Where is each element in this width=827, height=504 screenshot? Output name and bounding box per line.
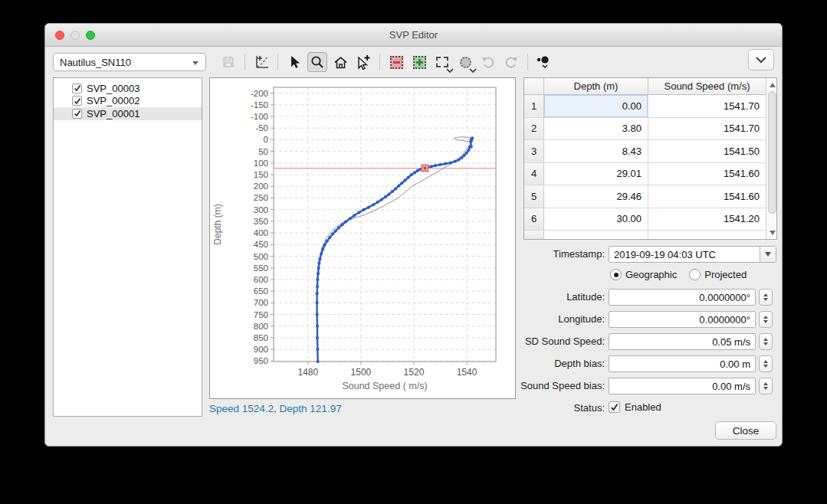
timestamp-value: 2019-09-19 04:03 UTC — [609, 249, 760, 260]
scroll-up-icon[interactable] — [766, 79, 777, 90]
sound-speed-cell[interactable] — [648, 231, 766, 240]
title-bar[interactable]: SVP Editor — [45, 24, 782, 47]
chevron-down-icon — [192, 61, 199, 65]
list-item[interactable]: SVP_00002 — [54, 95, 202, 108]
list-item-label: SVP_00003 — [87, 83, 139, 94]
save-button[interactable] — [218, 52, 238, 72]
longitude-stepper[interactable] — [759, 311, 773, 328]
timestamp-dropdown[interactable]: 2019-09-19 04:03 UTC — [609, 246, 776, 263]
add-selection-button[interactable] — [409, 52, 429, 72]
table-scrollbar[interactable] — [766, 78, 776, 239]
checkbox-checked-icon[interactable] — [72, 109, 82, 119]
circle-select-button[interactable] — [455, 52, 475, 72]
depth-cell[interactable] — [544, 231, 648, 240]
row-number[interactable]: 6 — [524, 208, 544, 231]
chart-panel[interactable]: -200-150-100-500501001502002503003504004… — [209, 77, 516, 399]
sd-sound-speed-label: SD Sound Speed: — [474, 335, 605, 347]
sound-speed-cell[interactable]: 1541.60 — [648, 185, 766, 208]
timestamp-label: Timestamp: — [474, 248, 605, 260]
list-item[interactable]: SVP_00001 — [54, 107, 202, 120]
point-size-button[interactable] — [534, 52, 554, 72]
latitude-label: Latitude: — [474, 291, 605, 303]
depth-cell[interactable]: 29.01 — [544, 163, 648, 186]
circle-select-icon — [460, 57, 471, 68]
rect-select-button[interactable] — [432, 52, 452, 72]
depth-cell[interactable]: 29.46 — [544, 185, 648, 208]
svg-text:0: 0 — [264, 135, 268, 144]
fit-curve-button[interactable] — [251, 52, 271, 72]
checkbox-checked-icon[interactable] — [72, 83, 82, 93]
zoom-tool-button[interactable] — [307, 52, 327, 72]
table-body: 10.001541.7023.801541.7038.431541.50429.… — [524, 95, 766, 240]
sound-speed-cell[interactable]: 1541.60 — [648, 163, 766, 186]
toolbar-overflow-button[interactable] — [748, 49, 774, 70]
remove-selection-button[interactable] — [386, 52, 406, 72]
add-point-tool-button[interactable] — [353, 52, 373, 72]
profile-selector[interactable]: Nautilus_SN110 — [53, 53, 206, 71]
row-number[interactable]: 3 — [524, 140, 544, 163]
profile-table[interactable]: Depth (m) Sound Speed (m/s) 10.001541.70… — [523, 77, 777, 240]
window-title: SVP Editor — [45, 24, 782, 46]
depth-bias-field[interactable] — [609, 355, 756, 372]
depth-cell[interactable]: 0.00 — [544, 95, 648, 118]
check-icon — [610, 403, 619, 411]
status-enabled-control: Enabled — [609, 401, 661, 413]
row-number[interactable]: 2 — [524, 118, 544, 141]
zoom-window-icon[interactable] — [86, 31, 95, 40]
radio-geographic-label: Geographic — [625, 269, 677, 280]
depth-cell[interactable]: 8.43 — [544, 140, 648, 163]
row-number[interactable] — [524, 231, 544, 240]
close-window-icon[interactable] — [55, 31, 64, 40]
scrollbar-thumb[interactable] — [768, 91, 776, 214]
timestamp-dropdown-button[interactable] — [760, 247, 776, 262]
svg-text:700: 700 — [254, 298, 268, 307]
latitude-stepper[interactable] — [759, 289, 773, 306]
svg-text:650: 650 — [254, 286, 268, 296]
longitude-field[interactable] — [609, 311, 756, 328]
table-row: 529.461541.60 — [524, 185, 766, 208]
list-item-label: SVP_00001 — [87, 108, 139, 119]
table-row: 23.801541.70 — [524, 118, 766, 141]
redo-icon — [503, 54, 520, 70]
depth-bias-stepper[interactable] — [759, 355, 773, 372]
pointer-icon — [287, 54, 302, 70]
sound-speed-bias-field[interactable] — [609, 378, 756, 394]
profile-selector-value: Nautilus_SN110 — [60, 57, 131, 68]
minimize-window-icon[interactable] — [71, 31, 80, 40]
depth-cell[interactable]: 30.00 — [544, 208, 648, 231]
sd-sound-speed-field[interactable] — [609, 333, 756, 350]
chevron-down-icon — [469, 68, 477, 74]
sd-sound-speed-stepper[interactable] — [759, 333, 773, 350]
enabled-checkbox[interactable] — [609, 401, 620, 413]
table-row: 10.001541.70 — [524, 95, 766, 118]
point-size-icon — [535, 53, 553, 71]
header-sound-speed: Sound Speed (m/s) — [648, 78, 766, 94]
checkbox-checked-icon[interactable] — [72, 96, 82, 106]
remove-selection-icon — [390, 56, 403, 69]
radio-projected[interactable]: Projected — [689, 269, 747, 280]
redo-button[interactable] — [501, 52, 521, 72]
radio-geographic[interactable]: Geographic — [610, 269, 677, 280]
depth-cell[interactable]: 3.80 — [544, 118, 648, 141]
row-number[interactable]: 4 — [524, 163, 544, 186]
list-item[interactable]: SVP_00003 — [54, 82, 202, 95]
row-number[interactable]: 1 — [524, 95, 544, 118]
svg-text:150: 150 — [254, 170, 268, 179]
scroll-down-icon[interactable] — [766, 227, 777, 238]
svg-text:-100: -100 — [251, 112, 268, 121]
svp-plot[interactable]: -200-150-100-500501001502002503003504004… — [210, 78, 515, 398]
sound-speed-cell[interactable]: 1541.20 — [648, 208, 766, 231]
sound-speed-bias-stepper[interactable] — [759, 378, 773, 394]
pointer-tool-button[interactable] — [284, 52, 304, 72]
svg-text:250: 250 — [254, 193, 268, 202]
row-number[interactable]: 5 — [524, 185, 544, 208]
home-view-button[interactable] — [330, 52, 350, 72]
sound-speed-cell[interactable]: 1541.70 — [648, 118, 766, 141]
close-button[interactable]: Close — [715, 421, 776, 440]
sound-speed-cell[interactable]: 1541.70 — [648, 95, 766, 118]
pointer-plus-icon — [355, 54, 372, 70]
sound-speed-cell[interactable]: 1541.50 — [648, 140, 766, 163]
latitude-field[interactable] — [609, 289, 756, 306]
undo-button[interactable] — [478, 52, 498, 72]
profile-list[interactable]: SVP_00003SVP_00002SVP_00001 — [53, 77, 202, 417]
